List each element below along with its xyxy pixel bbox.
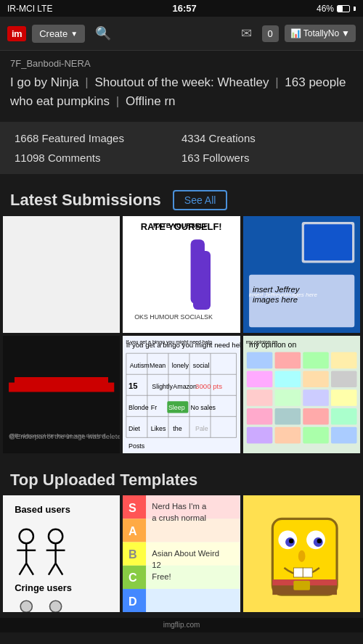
stat-featured: 1668 Featured Images bbox=[15, 132, 182, 144]
status-text: Offline rn bbox=[126, 94, 176, 108]
svg-text:Likes: Likes bbox=[151, 425, 166, 432]
bio-divider-1: | bbox=[85, 75, 91, 89]
submission-image-6[interactable]: my opinion on bbox=[243, 336, 360, 453]
template-2[interactable]: S A B C D Nerd Has I'm a a crush normal … bbox=[123, 495, 240, 612]
svg-point-110 bbox=[317, 538, 321, 542]
followers-count: 163 bbox=[182, 152, 203, 164]
svg-text:Nerd  Has    I'm a: Nerd Has I'm a bbox=[152, 502, 208, 511]
status-right: 46% bbox=[317, 4, 356, 14]
latest-submissions-title: Latest Submissions bbox=[10, 191, 161, 210]
svg-rect-51 bbox=[246, 371, 272, 388]
svg-rect-12 bbox=[9, 383, 114, 392]
battery-icon bbox=[337, 5, 350, 12]
svg-text:insert Jeffrey: insert Jeffrey bbox=[253, 285, 301, 294]
submission-image-4[interactable]: @Enderparrot the image was deleted bbox=[3, 336, 120, 453]
svg-rect-112 bbox=[293, 568, 303, 577]
stat-followers: 163 Followers bbox=[182, 152, 348, 164]
svg-text:B: B bbox=[129, 548, 137, 561]
search-icon: 🔍 bbox=[95, 26, 111, 41]
username: 7F_Banbodi-NERA bbox=[10, 58, 353, 69]
top-nav: im Create ▼ 🔍 ✉ 0 📊 TotallyNo ▼ bbox=[0, 17, 363, 51]
featured-count: 1668 bbox=[15, 132, 42, 144]
svg-text:the: the bbox=[174, 425, 182, 432]
status-time: 16:57 bbox=[173, 3, 197, 14]
svg-rect-65 bbox=[303, 427, 328, 444]
stat-creations: 4334 Creations bbox=[182, 132, 348, 144]
svg-rect-52 bbox=[274, 371, 300, 388]
submission-image-3[interactable]: insert Jeffrey images here bbox=[243, 216, 360, 333]
svg-text:D: D bbox=[129, 594, 137, 607]
battery-tip-icon bbox=[354, 7, 356, 11]
search-button[interactable]: 🔍 bbox=[91, 22, 115, 44]
svg-text:Diet: Diet bbox=[129, 425, 140, 432]
svg-text:Free!: Free! bbox=[152, 572, 171, 581]
logo[interactable]: im bbox=[7, 26, 26, 41]
latest-submissions-header: Latest Submissions See All bbox=[0, 180, 363, 216]
templates-title: Top Uploaded Templates bbox=[10, 471, 197, 490]
svg-rect-63 bbox=[246, 427, 272, 444]
shoutout-label: Shoutout of the week: bbox=[94, 75, 217, 89]
account-label: TotallyNo bbox=[303, 28, 339, 38]
footer: imgflip.com bbox=[0, 618, 363, 632]
template-1[interactable]: Based users Cringe users bbox=[3, 495, 120, 612]
svg-text:3000 pts: 3000 pts bbox=[195, 382, 222, 390]
svg-text:Amazon: Amazon bbox=[174, 383, 197, 390]
svg-text:12: 12 bbox=[152, 561, 162, 569]
followers-label: Followers bbox=[203, 152, 249, 164]
svg-rect-0 bbox=[3, 216, 120, 333]
svg-text:a crush normal: a crush normal bbox=[152, 513, 207, 522]
svg-text:@Enderparrot the image was del: @Enderparrot the image was deleted bbox=[9, 432, 120, 440]
svg-text:If you get a bingo you might n: If you get a bingo you might need help bbox=[126, 341, 240, 349]
svg-text:social: social bbox=[193, 362, 210, 369]
submission-image-2[interactable]: RATE YOURSELF! OKS HUMOUR SOCIALSK bbox=[123, 216, 240, 333]
status-bar: IR-MCI LTE 16:57 46% bbox=[0, 0, 363, 17]
svg-rect-11 bbox=[3, 336, 120, 453]
svg-text:Based users: Based users bbox=[15, 504, 70, 515]
svg-text:lonely: lonely bbox=[172, 362, 189, 369]
svg-rect-47 bbox=[246, 352, 272, 369]
profile-section: 7F_Banbodi-NERA I go by Ninja | Shoutout… bbox=[0, 51, 363, 116]
svg-rect-60 bbox=[274, 408, 300, 425]
svg-rect-48 bbox=[274, 352, 300, 369]
svg-text:No sales: No sales bbox=[191, 404, 216, 411]
comments-count: 11098 bbox=[15, 152, 48, 164]
svg-rect-62 bbox=[331, 408, 356, 425]
svg-rect-116 bbox=[293, 580, 310, 590]
brand-text: imgflip.com bbox=[163, 621, 200, 629]
svg-rect-7 bbox=[304, 224, 352, 260]
svg-text:Mean: Mean bbox=[150, 362, 166, 369]
svg-text:OKS HUMOUR SOCIALSK: OKS HUMOUR SOCIALSK bbox=[134, 313, 213, 321]
svg-rect-56 bbox=[274, 390, 300, 407]
svg-text:Sleep: Sleep bbox=[168, 404, 185, 411]
svg-rect-113 bbox=[303, 568, 312, 577]
svg-rect-61 bbox=[303, 408, 328, 425]
status-left: IR-MCI LTE bbox=[7, 4, 52, 14]
template-3[interactable] bbox=[243, 495, 360, 612]
svg-rect-4 bbox=[191, 239, 205, 304]
submission-image-5[interactable]: If you get a bingo you might need help A… bbox=[123, 336, 240, 453]
create-button[interactable]: Create ▼ bbox=[32, 25, 85, 43]
create-label: Create bbox=[39, 28, 68, 39]
see-all-button[interactable]: See All bbox=[173, 190, 228, 210]
create-dropdown-arrow: ▼ bbox=[70, 30, 78, 38]
svg-rect-57 bbox=[303, 390, 328, 407]
comments-label: Comments bbox=[48, 152, 101, 164]
svg-rect-66 bbox=[331, 427, 356, 444]
templates-grid: Based users Cringe users bbox=[0, 495, 363, 612]
svg-text:Slightly: Slightly bbox=[152, 383, 174, 390]
svg-point-109 bbox=[289, 538, 293, 542]
svg-text:Blonde: Blonde bbox=[129, 404, 149, 411]
notification-badge[interactable]: 0 bbox=[262, 25, 279, 42]
account-dropdown-arrow: ▼ bbox=[341, 28, 350, 38]
account-icon: 📊 bbox=[290, 28, 301, 38]
svg-rect-53 bbox=[303, 371, 328, 388]
svg-text:15: 15 bbox=[129, 381, 138, 390]
svg-text:Fr: Fr bbox=[151, 404, 157, 411]
bio-text: I go by Ninja | Shoutout of the week: Wh… bbox=[10, 73, 353, 110]
svg-rect-50 bbox=[331, 352, 356, 369]
stats-section: 1668 Featured Images 4334 Creations 1109… bbox=[0, 122, 363, 174]
mail-icon[interactable]: ✉ bbox=[237, 22, 256, 44]
submission-image-1[interactable] bbox=[3, 216, 120, 333]
svg-rect-59 bbox=[246, 408, 272, 425]
account-button[interactable]: 📊 TotallyNo ▼ bbox=[285, 25, 356, 42]
